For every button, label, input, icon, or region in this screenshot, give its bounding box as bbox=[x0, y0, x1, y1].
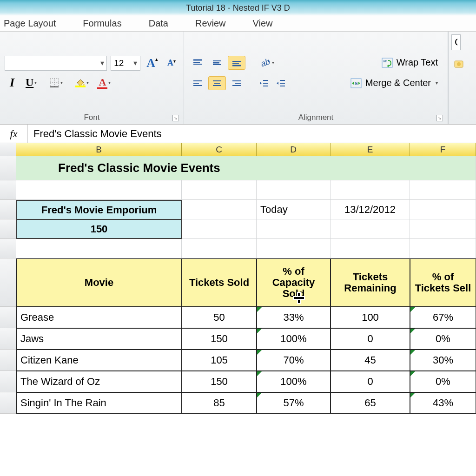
row-header[interactable] bbox=[0, 239, 16, 258]
row-header[interactable] bbox=[0, 219, 16, 239]
font-size-combo[interactable]: ▾ bbox=[111, 56, 140, 71]
select-all-corner[interactable] bbox=[0, 143, 16, 157]
cell[interactable] bbox=[257, 239, 331, 258]
fx-icon[interactable]: fx bbox=[0, 125, 28, 143]
row-header[interactable] bbox=[0, 200, 16, 219]
header-sold[interactable]: Tickets Sold bbox=[182, 258, 257, 307]
col-header-e[interactable]: E bbox=[331, 143, 410, 157]
header-pct-sell[interactable]: % of Tickets Sell bbox=[410, 258, 476, 307]
cell[interactable] bbox=[331, 180, 410, 200]
tab-review[interactable]: Review bbox=[194, 16, 227, 31]
col-header-d[interactable]: D bbox=[257, 143, 331, 157]
cell-pct-sell[interactable]: 67% bbox=[410, 307, 476, 328]
cell[interactable] bbox=[182, 239, 257, 258]
merge-center-button[interactable]: a Merge & Center ▾ bbox=[345, 75, 443, 91]
grow-font-button[interactable]: A▴ bbox=[144, 56, 160, 71]
number-format-combo[interactable] bbox=[451, 34, 461, 50]
wrap-text-button[interactable]: ab Wrap Text bbox=[377, 55, 443, 71]
col-header-c[interactable]: C bbox=[182, 143, 257, 157]
cell-remaining[interactable]: 0 bbox=[331, 371, 410, 392]
row-header[interactable] bbox=[0, 180, 16, 200]
header-movie[interactable]: Movie bbox=[16, 258, 182, 307]
alignment-dialog-launcher[interactable]: ↘ bbox=[436, 115, 443, 121]
cell[interactable] bbox=[410, 239, 476, 258]
cell[interactable] bbox=[16, 180, 182, 200]
chevron-down-icon[interactable]: ▾ bbox=[98, 59, 106, 67]
row-header[interactable] bbox=[0, 258, 16, 307]
cell-today-value[interactable]: 13/12/2012 bbox=[331, 200, 410, 219]
font-color-button[interactable]: A ▾ bbox=[95, 75, 113, 90]
header-remaining[interactable]: Tickets Remaining bbox=[331, 258, 410, 307]
number-format-input[interactable] bbox=[452, 36, 460, 48]
cell-movie[interactable]: Singin' In The Rain bbox=[16, 392, 182, 414]
cell-remaining[interactable]: 65 bbox=[331, 392, 410, 414]
cell-movie[interactable]: Grease bbox=[16, 307, 182, 328]
cell-sold[interactable]: 150 bbox=[182, 328, 257, 350]
row-header[interactable] bbox=[0, 307, 16, 328]
cell[interactable] bbox=[257, 219, 331, 239]
cell-pct-sell[interactable]: 0% bbox=[410, 328, 476, 350]
cell-pct-sell[interactable]: 0% bbox=[410, 371, 476, 392]
align-right-button[interactable] bbox=[228, 76, 245, 90]
accounting-format-button[interactable] bbox=[451, 57, 466, 72]
cell-movie[interactable]: The Wizard of Oz bbox=[16, 371, 182, 392]
cell[interactable] bbox=[16, 239, 182, 258]
cell[interactable] bbox=[331, 239, 410, 258]
row-header[interactable] bbox=[0, 156, 16, 180]
cell-title[interactable]: Fred's Classic Movie Events bbox=[16, 156, 476, 180]
cell-sold[interactable]: 50 bbox=[182, 307, 257, 328]
tab-view[interactable]: View bbox=[252, 16, 274, 31]
cell-pct-sell[interactable]: 43% bbox=[410, 392, 476, 414]
cell-sold[interactable]: 85 bbox=[182, 392, 257, 414]
cell[interactable] bbox=[410, 180, 476, 200]
cell-movie[interactable]: Citizen Kane bbox=[16, 350, 182, 371]
row-header[interactable] bbox=[0, 392, 16, 414]
col-header-f[interactable]: F bbox=[410, 143, 476, 157]
tab-data[interactable]: Data bbox=[148, 16, 169, 31]
cell[interactable] bbox=[331, 219, 410, 239]
cell[interactable] bbox=[182, 180, 257, 200]
chevron-down-icon[interactable]: ▾ bbox=[131, 59, 140, 67]
shrink-font-button[interactable]: A▾ bbox=[164, 56, 179, 71]
cell-remaining[interactable]: 45 bbox=[331, 350, 410, 371]
italic-button[interactable]: I bbox=[5, 75, 20, 90]
tab-page-layout[interactable]: Page Layout bbox=[3, 16, 57, 31]
font-name-combo[interactable]: ▾ bbox=[5, 56, 107, 71]
font-dialog-launcher[interactable]: ↘ bbox=[172, 115, 179, 121]
fill-color-button[interactable]: ▾ bbox=[73, 75, 91, 90]
row-header[interactable] bbox=[0, 371, 16, 392]
align-left-button[interactable] bbox=[189, 76, 206, 90]
row-header[interactable] bbox=[0, 350, 16, 371]
cell[interactable] bbox=[182, 219, 257, 239]
decrease-indent-button[interactable] bbox=[257, 76, 271, 91]
cell-sold[interactable]: 105 bbox=[182, 350, 257, 371]
increase-indent-button[interactable] bbox=[273, 76, 288, 91]
underline-button[interactable]: U▾ bbox=[23, 75, 39, 90]
font-name-input[interactable] bbox=[5, 58, 98, 68]
cell-pct-cap[interactable]: 33% bbox=[257, 307, 331, 328]
align-top-button[interactable] bbox=[189, 56, 206, 70]
font-size-input[interactable] bbox=[111, 58, 131, 68]
align-center-button[interactable] bbox=[208, 76, 226, 90]
cell-emporium[interactable]: Fred's Movie Emporium bbox=[16, 200, 182, 219]
cell-pct-cap[interactable]: 100% bbox=[257, 371, 331, 392]
cell-pct-cap[interactable]: 57% bbox=[257, 392, 331, 414]
orientation-button[interactable]: ab ▾ bbox=[257, 55, 277, 70]
cell-sold[interactable]: 150 bbox=[182, 371, 257, 392]
tab-formulas[interactable]: Formulas bbox=[82, 16, 122, 31]
cell-pct-cap[interactable]: 100% bbox=[257, 328, 331, 350]
cell-remaining[interactable]: 0 bbox=[331, 328, 410, 350]
align-middle-button[interactable] bbox=[208, 56, 226, 70]
cell-pct-cap[interactable]: 70% bbox=[257, 350, 331, 371]
cell[interactable] bbox=[182, 200, 257, 219]
cell[interactable] bbox=[410, 219, 476, 239]
cell-remaining[interactable]: 100 bbox=[331, 307, 410, 328]
col-header-b[interactable]: B bbox=[16, 143, 182, 157]
cell-capacity[interactable]: 150 bbox=[16, 219, 182, 239]
cell[interactable] bbox=[257, 180, 331, 200]
cell-pct-sell[interactable]: 30% bbox=[410, 350, 476, 371]
row-header[interactable] bbox=[0, 328, 16, 350]
cell-movie[interactable]: Jaws bbox=[16, 328, 182, 350]
header-pct-cap[interactable]: % of Capacity Sold bbox=[257, 258, 331, 307]
borders-button[interactable]: ▾ bbox=[47, 75, 65, 90]
